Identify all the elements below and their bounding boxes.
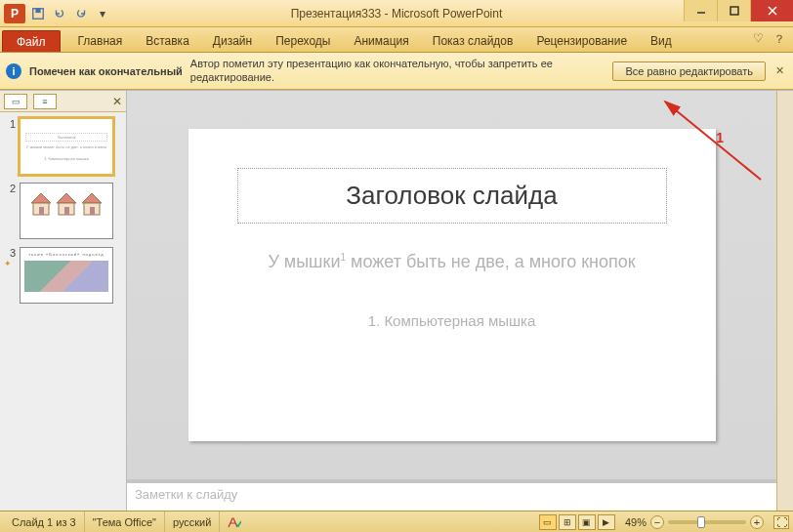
slide: Заголовок слайда У мышки1 может быть не … <box>188 129 716 441</box>
slide-footnote[interactable]: 1. Компьютерная мышка <box>368 312 536 329</box>
thumb-number: 1 <box>4 118 18 130</box>
svg-rect-8 <box>39 207 44 215</box>
thumb-number: 3 <box>4 247 18 259</box>
file-tab[interactable]: Файл <box>2 30 61 52</box>
edit-anyway-button[interactable]: Все равно редактировать <box>612 61 766 81</box>
svg-rect-3 <box>730 7 738 15</box>
thumbnail-2[interactable] <box>20 183 113 239</box>
subtitle-post: может быть не две, а много кнопок <box>346 252 636 271</box>
status-slide-count: Слайд 1 из 3 <box>4 512 85 532</box>
svg-rect-14 <box>90 207 95 215</box>
quick-access-toolbar: P ▾ <box>4 4 111 23</box>
ribbon-tabs: Файл Главная Вставка Дизайн Переходы Ани… <box>0 27 793 53</box>
status-language[interactable]: русский <box>165 512 220 532</box>
slides-tab-icon[interactable]: ▭ <box>4 94 27 109</box>
status-bar: Слайд 1 из 3 "Тема Office" русский ▭ ⊞ ▣… <box>0 511 793 532</box>
view-normal-button[interactable]: ▭ <box>539 514 557 530</box>
help-icon[interactable]: ？ <box>772 31 787 48</box>
thumbnail-row[interactable]: 2 <box>4 183 122 239</box>
main-area: ▭ ≡ ✕ 1 Заголовок У мышки может быть не … <box>0 90 793 511</box>
tab-insert[interactable]: Вставка <box>134 30 201 52</box>
slide-title-box[interactable]: Заголовок слайда <box>237 168 667 224</box>
thumbnails-list: 1 Заголовок У мышки может быть не две, а… <box>0 112 126 511</box>
info-title: Помечен как окончательный <box>29 65 183 77</box>
close-button[interactable] <box>750 0 793 21</box>
thumbnail-1[interactable]: Заголовок У мышки может быть не две, а м… <box>20 118 113 175</box>
info-bar: i Помечен как окончательный Автор помети… <box>0 53 793 90</box>
view-sorter-button[interactable]: ⊞ <box>559 514 576 530</box>
fit-to-window-button[interactable]: ⛶ <box>773 515 789 529</box>
app-logo-icon[interactable]: P <box>4 4 25 23</box>
slide-panel-close-icon[interactable]: ✕ <box>112 95 122 108</box>
view-reading-button[interactable]: ▣ <box>578 514 596 530</box>
tab-home[interactable]: Главная <box>66 30 135 52</box>
svg-rect-11 <box>64 207 69 215</box>
qat-customize-icon[interactable]: ▾ <box>94 5 111 22</box>
qat-save-icon[interactable] <box>29 5 47 22</box>
qat-undo-icon[interactable] <box>51 5 68 22</box>
window-title: Презентация333 - Microsoft PowerPoint <box>0 7 793 20</box>
slide-panel: ▭ ≡ ✕ 1 Заголовок У мышки может быть не … <box>0 91 127 511</box>
slide-title-text: Заголовок слайда <box>246 181 658 211</box>
subtitle-pre: У мышки <box>268 252 340 271</box>
view-slideshow-button[interactable]: ▶ <box>598 514 615 530</box>
tab-animation[interactable]: Анимация <box>342 30 420 52</box>
status-spellcheck-icon[interactable] <box>220 512 249 532</box>
svg-marker-6 <box>31 193 51 203</box>
notes-pane[interactable]: Заметки к слайду <box>127 479 776 511</box>
zoom-out-button[interactable]: − <box>650 515 664 529</box>
vertical-scrollbar[interactable] <box>776 91 793 511</box>
info-icon: i <box>6 63 21 79</box>
qat-redo-icon[interactable] <box>72 5 90 22</box>
zoom-in-button[interactable]: + <box>750 515 764 529</box>
thumbnail-row[interactable]: 1 Заголовок У мышки может быть не две, а… <box>4 118 122 175</box>
thumbnail-row[interactable]: 3 ✦ также «Болонский» подъезд <box>4 247 122 304</box>
tab-transitions[interactable]: Переходы <box>264 30 342 52</box>
info-close-icon[interactable]: ✕ <box>772 64 787 77</box>
tab-view[interactable]: Вид <box>639 30 684 52</box>
info-message: Автор пометил эту презентацию как оконча… <box>190 58 605 83</box>
thumbnail-3[interactable]: также «Болонский» подъезд <box>20 247 113 304</box>
slide-panel-tabs: ▭ ≡ ✕ <box>0 91 126 112</box>
slide-canvas[interactable]: Заголовок слайда У мышки1 может быть не … <box>127 91 776 479</box>
svg-marker-9 <box>57 193 76 203</box>
maximize-button[interactable] <box>717 0 750 21</box>
title-bar: P ▾ Презентация333 - Microsoft PowerPoin… <box>0 0 793 27</box>
tab-review[interactable]: Рецензирование <box>524 30 639 52</box>
zoom-level[interactable]: 49% <box>625 516 647 528</box>
slide-subtitle[interactable]: У мышки1 может быть не две, а много кноп… <box>268 251 635 273</box>
minimize-button[interactable] <box>684 0 717 21</box>
animation-star-icon: ✦ <box>4 259 18 268</box>
svg-marker-12 <box>82 193 102 203</box>
tab-design[interactable]: Дизайн <box>201 30 264 52</box>
ribbon-minimize-icon[interactable]: ♡ <box>750 31 766 48</box>
tab-slideshow[interactable]: Показ слайдов <box>421 30 525 52</box>
outline-tab-icon[interactable]: ≡ <box>33 94 57 109</box>
status-theme: "Тема Office" <box>85 512 165 532</box>
slide-editor: Заголовок слайда У мышки1 может быть не … <box>127 91 776 511</box>
zoom-slider[interactable] <box>668 520 746 524</box>
thumb-number: 2 <box>4 183 18 194</box>
svg-rect-1 <box>35 8 40 12</box>
